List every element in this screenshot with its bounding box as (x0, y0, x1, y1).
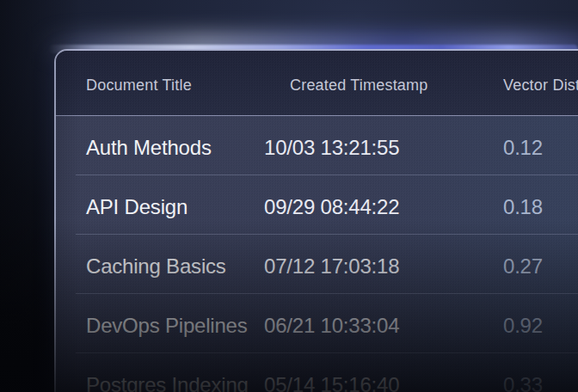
table-row[interactable]: DevOps Pipelines 06/21 10:33:04 0.92 (56, 294, 578, 353)
table-header: Document Title Created Timestamp Vector … (56, 51, 578, 116)
cell-vector-distance: 0.18 (503, 195, 578, 219)
column-header-vector-distance: Vector Distance (503, 77, 578, 95)
cell-created-timestamp: 09/29 08:44:22 (264, 195, 503, 219)
table-row[interactable]: Auth Methods 10/03 13:21:55 0.12 (56, 116, 578, 175)
cell-vector-distance: 0.33 (503, 373, 578, 392)
background: Document Title Created Timestamp Vector … (0, 0, 578, 392)
cell-vector-distance: 0.27 (503, 254, 578, 279)
cell-document-title: DevOps Pipelines (56, 314, 264, 338)
column-header-document-title: Document Title (56, 77, 264, 95)
cell-document-title: Caching Basics (56, 254, 264, 279)
table-row[interactable]: Caching Basics 07/12 17:03:18 0.27 (56, 235, 578, 294)
cell-document-title: API Design (56, 195, 264, 219)
table-row[interactable]: Postgres Indexing 05/14 15:16:40 0.33 (56, 353, 578, 392)
cell-vector-distance: 0.92 (503, 314, 578, 338)
cell-created-timestamp: 06/21 10:33:04 (264, 314, 503, 338)
documents-table-card: Document Title Created Timestamp Vector … (54, 49, 578, 392)
cell-created-timestamp: 05/14 15:16:40 (264, 373, 503, 392)
table-row[interactable]: API Design 09/29 08:44:22 0.18 (56, 175, 578, 235)
table-body: Auth Methods 10/03 13:21:55 0.12 API Des… (56, 116, 578, 392)
cell-created-timestamp: 07/12 17:03:18 (264, 254, 503, 279)
cell-document-title: Auth Methods (56, 136, 264, 160)
cell-created-timestamp: 10/03 13:21:55 (264, 136, 503, 160)
cell-document-title: Postgres Indexing (56, 373, 264, 392)
column-header-created-timestamp: Created Timestamp (264, 77, 503, 95)
cell-vector-distance: 0.12 (503, 136, 578, 160)
